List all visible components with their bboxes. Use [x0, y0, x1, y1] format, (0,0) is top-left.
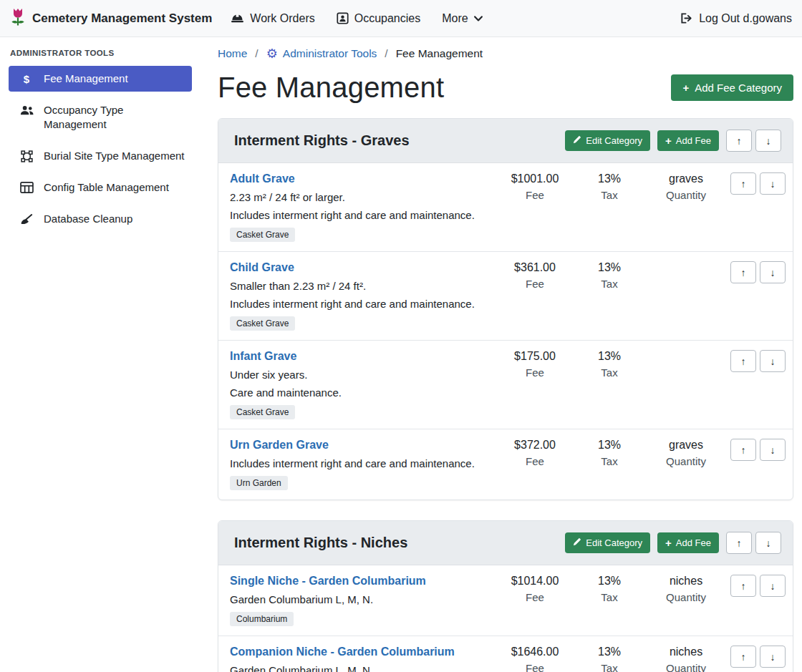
move-fee-up-button[interactable]: ↑ — [730, 646, 756, 668]
top-navbar: Cemetery Management System Work Orders — [0, 0, 802, 37]
fee-description: Under six years. — [230, 369, 492, 381]
move-fee-down-button[interactable]: ↓ — [760, 575, 786, 597]
tax-label: Tax — [572, 662, 647, 672]
tax-value: 13% — [572, 439, 647, 452]
fee-tag: Casket Grave — [230, 405, 295, 419]
move-category-down-button[interactable]: ↓ — [755, 532, 781, 554]
add-fee-category-button[interactable]: + Add Fee Category — [671, 74, 793, 101]
fee-name-link[interactable]: Child Grave — [230, 261, 294, 273]
arrow-down-icon: ↓ — [766, 537, 771, 549]
fee-tag: Columbarium — [230, 612, 294, 626]
move-category-down-button[interactable]: ↓ — [755, 130, 781, 152]
app-brand: Cemetery Management System — [10, 7, 212, 29]
breadcrumb-home-link[interactable]: Home — [218, 47, 247, 60]
people-icon — [19, 104, 34, 116]
move-fee-up-button[interactable]: ↑ — [730, 575, 756, 597]
fee-amount: $1646.00 — [498, 646, 572, 658]
fee-description: Includes interment right and care and ma… — [230, 457, 492, 469]
logout-link[interactable]: Log Out d.gowans — [680, 12, 792, 25]
move-fee-down-button[interactable]: ↓ — [760, 439, 786, 461]
edit-category-label: Edit Category — [586, 135, 642, 146]
fee-description: Smaller than 2.23 m² / 24 ft². — [230, 280, 492, 292]
edit-category-button[interactable]: Edit Category — [565, 532, 650, 553]
sidebar-item-label: Fee Management — [44, 72, 128, 86]
tax-value: 13% — [572, 646, 647, 658]
sidebar-item-config-table-management[interactable]: Config Table Management — [9, 175, 192, 200]
page-header: Fee Management + Add Fee Category — [218, 72, 793, 104]
add-fee-button[interactable]: + Add Fee — [657, 532, 719, 553]
fee-amount: $1001.00 — [498, 172, 572, 185]
fee-name-link[interactable]: Adult Grave — [230, 172, 295, 185]
move-fee-up-button[interactable]: ↑ — [730, 350, 756, 372]
sidebar-item-label: Burial Site Type Management — [44, 149, 185, 163]
move-fee-down-button[interactable]: ↓ — [760, 350, 786, 372]
fee-info: Single Niche - Garden Columbarium Garden… — [230, 575, 498, 626]
tulip-logo-icon — [10, 7, 26, 29]
breadcrumb-admin-tools-link[interactable]: ⚙ Administrator Tools — [266, 47, 377, 60]
quantity-column: graves Quantity — [647, 172, 725, 242]
sidebar-section-title: Administrator Tools — [10, 49, 190, 57]
sidebar-item-occupancy-type-management[interactable]: Occupancy Type Management — [9, 97, 192, 137]
nav-work-orders[interactable]: Work Orders — [231, 12, 314, 25]
fee-description: Includes interment right and care and ma… — [230, 209, 492, 221]
add-fee-button[interactable]: + Add Fee — [657, 130, 719, 151]
arrow-down-icon: ↓ — [766, 135, 771, 147]
arrow-up-icon: ↑ — [741, 267, 746, 278]
sidebar-item-fee-management[interactable]: $ Fee Management — [9, 66, 192, 92]
breadcrumb-separator: / — [385, 47, 387, 60]
fee-description: Garden Columbarium L, M, N. — [230, 593, 492, 605]
sidebar-item-database-cleanup[interactable]: Database Cleanup — [9, 206, 192, 232]
gear-icon: ⚙ — [266, 47, 278, 60]
fee-amount: $372.00 — [498, 439, 572, 452]
category-header-buttons: Edit Category + Add Fee ↑ ↓ — [565, 130, 781, 152]
fee-name-link[interactable]: Companion Niche - Garden Columbarium — [230, 646, 455, 658]
fee-amount-label: Fee — [498, 189, 572, 201]
tax-column: 13% Tax — [572, 172, 647, 242]
nav-more-label: More — [442, 12, 468, 25]
arrow-up-icon: ↑ — [737, 537, 742, 549]
move-category-up-button[interactable]: ↑ — [726, 130, 752, 152]
fee-amount-column: $1001.00 Fee — [498, 172, 572, 242]
fee-description: Includes interment right and care and ma… — [230, 298, 492, 310]
fee-name-link[interactable]: Single Niche - Garden Columbarium — [230, 575, 426, 587]
move-fee-up-button[interactable]: ↑ — [730, 439, 756, 461]
move-fee-up-button[interactable]: ↑ — [730, 261, 756, 283]
broom-icon — [19, 213, 34, 225]
page-title: Fee Management — [218, 72, 444, 104]
sidebar-item-burial-site-type-management[interactable]: Burial Site Type Management — [9, 143, 192, 169]
dollar-icon: $ — [19, 73, 34, 86]
pencil-icon — [573, 135, 581, 146]
sidebar-item-label: Database Cleanup — [44, 212, 132, 226]
move-fee-down-button[interactable]: ↓ — [760, 172, 786, 195]
page-layout: Administrator Tools $ Fee Management Occ… — [0, 37, 802, 672]
fee-amount-label: Fee — [498, 591, 572, 603]
breadcrumb: Home / ⚙ Administrator Tools / Fee Manag… — [218, 47, 793, 60]
fee-row: Urn Garden Grave Includes interment righ… — [218, 429, 793, 500]
quantity-value: niches — [647, 575, 725, 588]
category-reorder-buttons: ↑ ↓ — [726, 532, 781, 554]
tax-label: Tax — [572, 278, 647, 290]
hardhat-icon — [231, 12, 244, 24]
edit-category-button[interactable]: Edit Category — [565, 130, 650, 151]
sidebar-item-label: Config Table Management — [44, 180, 169, 195]
quantity-label: Quantity — [647, 189, 725, 201]
quantity-column: niches Quantity — [647, 575, 725, 626]
fee-info: Adult Grave 2.23 m² / 24 ft² or larger. … — [230, 172, 498, 242]
move-fee-down-button[interactable]: ↓ — [760, 261, 786, 283]
fee-amount-label: Fee — [498, 278, 572, 290]
move-fee-down-button[interactable]: ↓ — [760, 646, 786, 668]
quantity-label: Quantity — [647, 591, 725, 603]
nav-occupancies[interactable]: Occupancies — [337, 12, 421, 25]
nav-more[interactable]: More — [442, 12, 482, 25]
table-icon — [19, 182, 34, 193]
fee-name-link[interactable]: Urn Garden Grave — [230, 439, 329, 451]
fee-name-link[interactable]: Infant Grave — [230, 350, 296, 362]
fee-amount-label: Fee — [498, 455, 572, 467]
category-title: Interment Rights - Graves — [234, 132, 410, 149]
arrow-up-icon: ↑ — [741, 444, 746, 456]
category-header-buttons: Edit Category + Add Fee ↑ ↓ — [565, 532, 781, 554]
fee-description: Care and maintenance. — [230, 386, 492, 399]
breadcrumb-separator: / — [255, 47, 258, 60]
move-category-up-button[interactable]: ↑ — [726, 532, 752, 554]
move-fee-up-button[interactable]: ↑ — [730, 172, 756, 195]
